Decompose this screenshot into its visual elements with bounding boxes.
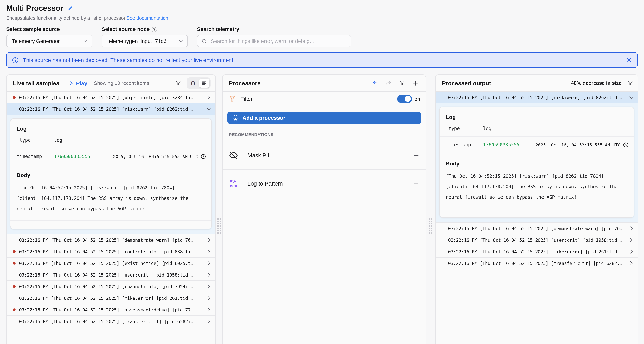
processors-header: Processors [223,75,426,92]
processed-output-expanded-detail: Log _type log timestamp 1760590335555 20… [436,103,638,223]
log-row[interactable]: 03:22:16 PM [Thu Oct 16 04:52:15 2025] [… [6,234,215,246]
recommendation-mask-pii[interactable]: Mask PII [223,141,426,169]
log-row-text: 03:22:16 PM [Thu Oct 16 04:52:15 2025] [… [448,226,626,231]
app-viewport: Multi Processor Encapsulates functionali… [0,0,644,344]
log-row[interactable]: 03:22:16 PM [Thu Oct 16 04:52:15 2025] [… [6,103,215,115]
live-tail-panel: Live tail samples Play Showing 10 recent… [6,74,216,344]
log-row-text: 03:22:16 PM [Thu Oct 16 04:52:15 2025] [… [19,272,204,278]
play-icon [69,81,74,86]
chevron-right-icon[interactable] [206,284,212,289]
filter-icon[interactable] [399,80,405,86]
log-row[interactable]: 03:22:16 PM [Thu Oct 16 04:52:15 2025] [… [6,258,215,269]
detail-log-heading: Log [10,119,212,134]
mask-pii-icon [229,151,238,160]
log-row-text: 03:22:16 PM [Thu Oct 16 04:52:15 2025] [… [448,261,626,266]
processed-output-title: Processed output [442,80,491,86]
severity-dot-icon [13,262,16,265]
list-view-icon [202,81,207,86]
processors-title: Processors [229,80,260,86]
log-row[interactable]: 03:22:16 PM [Thu Oct 16 04:52:15 2025] [… [436,246,638,258]
see-documentation-link[interactable]: See documentation. [126,15,170,21]
chevron-right-icon[interactable] [629,249,634,254]
filter-icon[interactable] [175,80,181,86]
chevron-right-icon[interactable] [629,237,634,242]
severity-dot-icon [13,250,16,253]
log-row-text: 03:22:16 PM [Thu Oct 16 04:52:15 2025] [… [19,261,204,266]
log-row[interactable]: 03:22:16 PM [Thu Oct 16 04:52:15 2025] [… [6,269,215,281]
chevron-down-icon[interactable] [206,107,212,112]
log-row[interactable]: 03:22:16 PM [Thu Oct 16 04:52:15 2025] [… [6,246,215,258]
redo-icon[interactable] [386,80,392,86]
chevron-right-icon[interactable] [206,307,212,312]
detail-body-text: [Thu Oct 16 04:52:15 2025] [risk:warn] [… [10,180,212,220]
detail-timestamp-row: timestamp 1760590335555 2025, Oct 16, 04… [440,136,634,153]
log-row[interactable]: 03:22:16 PM [Thu Oct 16 04:52:15 2025] [… [436,92,638,103]
list-view-button[interactable] [199,79,210,88]
clock-icon[interactable] [623,142,628,148]
log-row[interactable]: 03:22:16 PM [Thu Oct 16 04:52:15 2025] [… [6,92,215,103]
log-row-text: 03:22:16 PM [Thu Oct 16 04:52:15 2025] [… [19,307,204,313]
add-processor-button[interactable]: Add a processor [227,112,421,124]
chevron-right-icon[interactable] [629,226,634,231]
play-button[interactable]: Play [69,80,87,86]
recommendations-label: RECOMMENDATIONS [229,132,426,137]
cpu-icon [232,115,238,121]
filter-icon[interactable] [627,80,633,86]
add-recommendation-icon[interactable] [413,180,420,187]
play-label: Play [76,80,87,86]
columns-area: Live tail samples Play Showing 10 recent… [0,74,644,344]
chevron-down-icon [178,38,184,44]
page-header: Multi Processor Encapsulates functionali… [0,0,644,47]
source-node-select[interactable]: telemetrygen_input_71d6 [102,35,188,47]
log-row-text: 03:22:16 PM [Thu Oct 16 04:52:15 2025] [… [19,295,204,301]
close-icon[interactable] [626,57,632,63]
log-detail-card: Log _type log timestamp 1760590335555 20… [10,118,212,229]
undo-icon[interactable] [372,80,378,86]
log-to-pattern-icon [229,179,238,188]
search-telemetry-box[interactable] [197,35,351,47]
add-recommendation-icon[interactable] [413,152,420,159]
chevron-right-icon[interactable] [206,272,212,277]
processor-item-filter[interactable]: Filter on [223,92,426,106]
filter-toggle[interactable] [397,95,412,103]
log-row[interactable]: 03:22:16 PM [Thu Oct 16 04:52:15 2025] [… [6,293,215,304]
chevron-right-icon[interactable] [629,261,634,266]
add-icon[interactable] [412,80,418,86]
detail-footer [10,220,212,229]
json-view-button[interactable]: {} [188,79,198,88]
help-icon[interactable]: ? [152,26,157,32]
log-row[interactable]: 03:22:16 PM [Thu Oct 16 04:52:15 2025] [… [436,223,638,234]
chevron-right-icon[interactable] [206,237,212,242]
add-processor-label: Add a processor [242,115,406,121]
drag-handle-icon[interactable] [217,218,221,234]
log-row[interactable]: 03:22:16 PM [Thu Oct 16 04:52:15 2025] [… [436,258,638,269]
plus-icon [410,115,416,121]
log-row[interactable]: 03:22:16 PM [Thu Oct 16 04:52:15 2025] [… [436,234,638,246]
recommendation-log-to-pattern[interactable]: Log to Pattern [223,169,426,197]
sample-source-select[interactable]: Telemetry Generator [6,35,92,47]
log-row-text: 03:22:16 PM [Thu Oct 16 04:52:15 2025] [… [19,95,204,100]
filter-processor-icon [229,95,236,102]
edit-pencil-icon[interactable] [67,6,73,12]
live-tail-expanded-detail: Log _type log timestamp 1760590335555 20… [6,115,215,234]
chevron-right-icon[interactable] [206,249,212,254]
severity-dot-icon [13,308,16,311]
chevron-right-icon[interactable] [206,261,212,266]
clock-icon[interactable] [200,154,206,159]
log-row-text: 03:22:16 PM [Thu Oct 16 04:52:15 2025] [… [19,249,204,254]
log-row[interactable]: 03:22:16 PM [Thu Oct 16 04:52:15 2025] [… [6,304,215,316]
detail-body-text: [Thu Oct 16 04:52:15 2025] [risk:warn] [… [440,169,634,209]
log-row[interactable]: 03:22:16 PM [Thu Oct 16 04:52:15 2025] [… [6,281,215,293]
drag-handle-icon[interactable] [429,218,432,234]
log-row[interactable]: 03:22:16 PM [Thu Oct 16 04:52:15 2025] [… [6,316,215,327]
chevron-down-icon[interactable] [629,95,634,100]
detail-footer [440,209,634,217]
view-mode-toggle: {} [186,77,211,89]
detail-log-heading: Log [440,107,634,122]
live-tail-rows-bottom: 03:22:16 PM [Thu Oct 16 04:52:15 2025] [… [6,234,215,327]
detail-body-heading: Body [10,165,212,180]
chevron-right-icon[interactable] [206,296,212,301]
search-telemetry-input[interactable] [210,38,347,44]
chevron-right-icon[interactable] [206,319,212,324]
chevron-right-icon[interactable] [206,95,212,100]
